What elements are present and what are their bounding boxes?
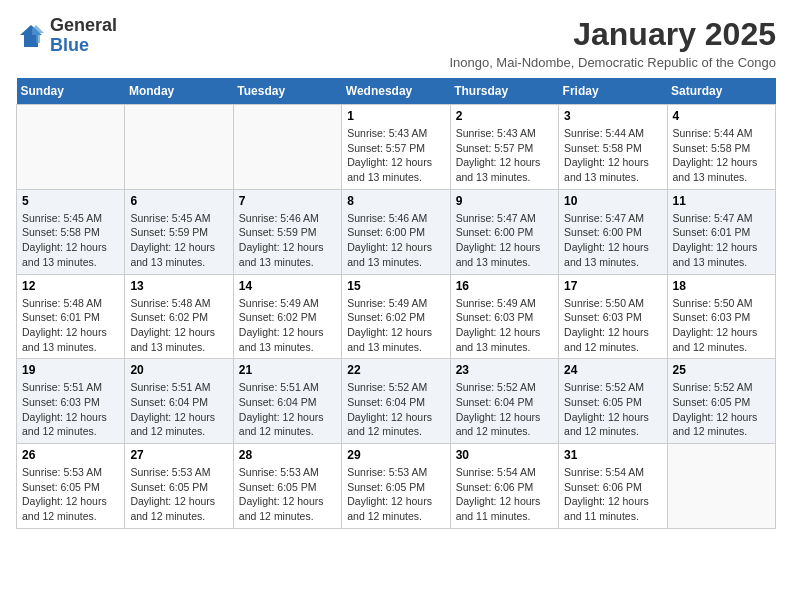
table-row: 19Sunrise: 5:51 AMSunset: 6:03 PMDayligh…	[17, 359, 125, 444]
month-title: January 2025	[449, 16, 776, 53]
day-number: 29	[347, 448, 444, 462]
calendar-week-1: 1Sunrise: 5:43 AMSunset: 5:57 PMDaylight…	[17, 105, 776, 190]
day-info: Sunrise: 5:43 AMSunset: 5:57 PMDaylight:…	[347, 126, 444, 185]
table-row: 12Sunrise: 5:48 AMSunset: 6:01 PMDayligh…	[17, 274, 125, 359]
day-info: Sunrise: 5:52 AMSunset: 6:04 PMDaylight:…	[347, 380, 444, 439]
calendar-week-2: 5Sunrise: 5:45 AMSunset: 5:58 PMDaylight…	[17, 189, 776, 274]
day-number: 14	[239, 279, 336, 293]
day-info: Sunrise: 5:54 AMSunset: 6:06 PMDaylight:…	[456, 465, 553, 524]
calendar-week-4: 19Sunrise: 5:51 AMSunset: 6:03 PMDayligh…	[17, 359, 776, 444]
day-info: Sunrise: 5:52 AMSunset: 6:05 PMDaylight:…	[564, 380, 661, 439]
logo: General Blue	[16, 16, 117, 56]
col-saturday: Saturday	[667, 78, 775, 105]
day-number: 5	[22, 194, 119, 208]
day-info: Sunrise: 5:46 AMSunset: 5:59 PMDaylight:…	[239, 211, 336, 270]
day-number: 28	[239, 448, 336, 462]
table-row: 23Sunrise: 5:52 AMSunset: 6:04 PMDayligh…	[450, 359, 558, 444]
logo-icon	[16, 21, 46, 51]
title-block: January 2025 Inongo, Mai-Ndombe, Democra…	[449, 16, 776, 70]
day-number: 15	[347, 279, 444, 293]
day-number: 22	[347, 363, 444, 377]
col-monday: Monday	[125, 78, 233, 105]
day-number: 2	[456, 109, 553, 123]
day-number: 8	[347, 194, 444, 208]
logo-blue-text: Blue	[50, 35, 89, 55]
col-wednesday: Wednesday	[342, 78, 450, 105]
day-number: 3	[564, 109, 661, 123]
table-row: 16Sunrise: 5:49 AMSunset: 6:03 PMDayligh…	[450, 274, 558, 359]
table-row: 18Sunrise: 5:50 AMSunset: 6:03 PMDayligh…	[667, 274, 775, 359]
day-number: 31	[564, 448, 661, 462]
table-row: 26Sunrise: 5:53 AMSunset: 6:05 PMDayligh…	[17, 444, 125, 529]
day-number: 19	[22, 363, 119, 377]
table-row: 6Sunrise: 5:45 AMSunset: 5:59 PMDaylight…	[125, 189, 233, 274]
col-tuesday: Tuesday	[233, 78, 341, 105]
page-header: General Blue January 2025 Inongo, Mai-Nd…	[16, 16, 776, 70]
table-row: 27Sunrise: 5:53 AMSunset: 6:05 PMDayligh…	[125, 444, 233, 529]
table-row: 1Sunrise: 5:43 AMSunset: 5:57 PMDaylight…	[342, 105, 450, 190]
day-number: 12	[22, 279, 119, 293]
col-sunday: Sunday	[17, 78, 125, 105]
day-info: Sunrise: 5:44 AMSunset: 5:58 PMDaylight:…	[673, 126, 770, 185]
col-thursday: Thursday	[450, 78, 558, 105]
table-row	[17, 105, 125, 190]
table-row: 8Sunrise: 5:46 AMSunset: 6:00 PMDaylight…	[342, 189, 450, 274]
table-row: 15Sunrise: 5:49 AMSunset: 6:02 PMDayligh…	[342, 274, 450, 359]
table-row: 13Sunrise: 5:48 AMSunset: 6:02 PMDayligh…	[125, 274, 233, 359]
day-info: Sunrise: 5:50 AMSunset: 6:03 PMDaylight:…	[673, 296, 770, 355]
table-row: 9Sunrise: 5:47 AMSunset: 6:00 PMDaylight…	[450, 189, 558, 274]
day-number: 23	[456, 363, 553, 377]
day-number: 21	[239, 363, 336, 377]
table-row: 7Sunrise: 5:46 AMSunset: 5:59 PMDaylight…	[233, 189, 341, 274]
table-row: 30Sunrise: 5:54 AMSunset: 6:06 PMDayligh…	[450, 444, 558, 529]
calendar-table: Sunday Monday Tuesday Wednesday Thursday…	[16, 78, 776, 529]
day-number: 10	[564, 194, 661, 208]
table-row: 4Sunrise: 5:44 AMSunset: 5:58 PMDaylight…	[667, 105, 775, 190]
calendar-week-5: 26Sunrise: 5:53 AMSunset: 6:05 PMDayligh…	[17, 444, 776, 529]
day-info: Sunrise: 5:53 AMSunset: 6:05 PMDaylight:…	[130, 465, 227, 524]
table-row: 2Sunrise: 5:43 AMSunset: 5:57 PMDaylight…	[450, 105, 558, 190]
table-row: 14Sunrise: 5:49 AMSunset: 6:02 PMDayligh…	[233, 274, 341, 359]
location-subtitle: Inongo, Mai-Ndombe, Democratic Republic …	[449, 55, 776, 70]
day-info: Sunrise: 5:52 AMSunset: 6:04 PMDaylight:…	[456, 380, 553, 439]
table-row: 29Sunrise: 5:53 AMSunset: 6:05 PMDayligh…	[342, 444, 450, 529]
day-number: 26	[22, 448, 119, 462]
day-number: 4	[673, 109, 770, 123]
logo-general-text: General	[50, 15, 117, 35]
day-number: 27	[130, 448, 227, 462]
table-row: 17Sunrise: 5:50 AMSunset: 6:03 PMDayligh…	[559, 274, 667, 359]
day-number: 18	[673, 279, 770, 293]
day-number: 13	[130, 279, 227, 293]
calendar-header-row: Sunday Monday Tuesday Wednesday Thursday…	[17, 78, 776, 105]
table-row: 24Sunrise: 5:52 AMSunset: 6:05 PMDayligh…	[559, 359, 667, 444]
day-info: Sunrise: 5:44 AMSunset: 5:58 PMDaylight:…	[564, 126, 661, 185]
day-info: Sunrise: 5:49 AMSunset: 6:02 PMDaylight:…	[347, 296, 444, 355]
day-info: Sunrise: 5:51 AMSunset: 6:04 PMDaylight:…	[130, 380, 227, 439]
day-number: 20	[130, 363, 227, 377]
day-info: Sunrise: 5:53 AMSunset: 6:05 PMDaylight:…	[239, 465, 336, 524]
day-info: Sunrise: 5:48 AMSunset: 6:02 PMDaylight:…	[130, 296, 227, 355]
table-row: 21Sunrise: 5:51 AMSunset: 6:04 PMDayligh…	[233, 359, 341, 444]
col-friday: Friday	[559, 78, 667, 105]
day-number: 6	[130, 194, 227, 208]
day-number: 25	[673, 363, 770, 377]
day-number: 9	[456, 194, 553, 208]
table-row: 28Sunrise: 5:53 AMSunset: 6:05 PMDayligh…	[233, 444, 341, 529]
table-row: 20Sunrise: 5:51 AMSunset: 6:04 PMDayligh…	[125, 359, 233, 444]
day-info: Sunrise: 5:49 AMSunset: 6:02 PMDaylight:…	[239, 296, 336, 355]
day-number: 7	[239, 194, 336, 208]
day-info: Sunrise: 5:46 AMSunset: 6:00 PMDaylight:…	[347, 211, 444, 270]
day-number: 11	[673, 194, 770, 208]
day-number: 24	[564, 363, 661, 377]
day-info: Sunrise: 5:51 AMSunset: 6:04 PMDaylight:…	[239, 380, 336, 439]
day-info: Sunrise: 5:50 AMSunset: 6:03 PMDaylight:…	[564, 296, 661, 355]
table-row	[125, 105, 233, 190]
table-row: 25Sunrise: 5:52 AMSunset: 6:05 PMDayligh…	[667, 359, 775, 444]
table-row: 31Sunrise: 5:54 AMSunset: 6:06 PMDayligh…	[559, 444, 667, 529]
calendar-week-3: 12Sunrise: 5:48 AMSunset: 6:01 PMDayligh…	[17, 274, 776, 359]
day-info: Sunrise: 5:48 AMSunset: 6:01 PMDaylight:…	[22, 296, 119, 355]
day-info: Sunrise: 5:45 AMSunset: 5:59 PMDaylight:…	[130, 211, 227, 270]
day-number: 17	[564, 279, 661, 293]
day-info: Sunrise: 5:43 AMSunset: 5:57 PMDaylight:…	[456, 126, 553, 185]
table-row	[667, 444, 775, 529]
